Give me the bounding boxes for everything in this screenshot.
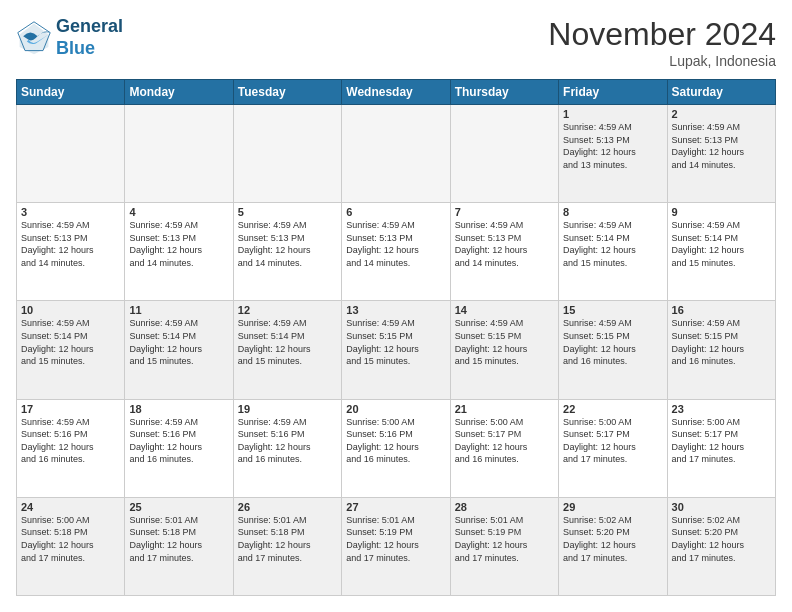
month-title: November 2024 <box>548 16 776 53</box>
header: General Blue November 2024 Lupak, Indone… <box>16 16 776 69</box>
calendar-cell: 28Sunrise: 5:01 AM Sunset: 5:19 PM Dayli… <box>450 497 558 595</box>
calendar-cell: 10Sunrise: 4:59 AM Sunset: 5:14 PM Dayli… <box>17 301 125 399</box>
day-info: Sunrise: 5:01 AM Sunset: 5:19 PM Dayligh… <box>346 514 445 564</box>
day-info: Sunrise: 5:02 AM Sunset: 5:20 PM Dayligh… <box>563 514 662 564</box>
day-info: Sunrise: 5:01 AM Sunset: 5:19 PM Dayligh… <box>455 514 554 564</box>
calendar-cell: 14Sunrise: 4:59 AM Sunset: 5:15 PM Dayli… <box>450 301 558 399</box>
day-number: 5 <box>238 206 337 218</box>
calendar-cell: 20Sunrise: 5:00 AM Sunset: 5:16 PM Dayli… <box>342 399 450 497</box>
day-number: 27 <box>346 501 445 513</box>
day-info: Sunrise: 5:01 AM Sunset: 5:18 PM Dayligh… <box>129 514 228 564</box>
calendar-cell: 19Sunrise: 4:59 AM Sunset: 5:16 PM Dayli… <box>233 399 341 497</box>
day-number: 23 <box>672 403 771 415</box>
day-number: 24 <box>21 501 120 513</box>
calendar-cell: 3Sunrise: 4:59 AM Sunset: 5:13 PM Daylig… <box>17 203 125 301</box>
calendar-header-row: Sunday Monday Tuesday Wednesday Thursday… <box>17 80 776 105</box>
logo-text: General Blue <box>56 16 123 59</box>
day-info: Sunrise: 4:59 AM Sunset: 5:15 PM Dayligh… <box>672 317 771 367</box>
day-info: Sunrise: 4:59 AM Sunset: 5:13 PM Dayligh… <box>672 121 771 171</box>
logo-icon <box>16 20 52 56</box>
logo: General Blue <box>16 16 123 59</box>
day-number: 28 <box>455 501 554 513</box>
day-info: Sunrise: 4:59 AM Sunset: 5:14 PM Dayligh… <box>672 219 771 269</box>
calendar-cell: 29Sunrise: 5:02 AM Sunset: 5:20 PM Dayli… <box>559 497 667 595</box>
day-info: Sunrise: 4:59 AM Sunset: 5:16 PM Dayligh… <box>129 416 228 466</box>
day-info: Sunrise: 4:59 AM Sunset: 5:15 PM Dayligh… <box>346 317 445 367</box>
day-number: 12 <box>238 304 337 316</box>
calendar-week-4: 24Sunrise: 5:00 AM Sunset: 5:18 PM Dayli… <box>17 497 776 595</box>
calendar-week-0: 1Sunrise: 4:59 AM Sunset: 5:13 PM Daylig… <box>17 105 776 203</box>
header-wednesday: Wednesday <box>342 80 450 105</box>
day-info: Sunrise: 5:02 AM Sunset: 5:20 PM Dayligh… <box>672 514 771 564</box>
calendar-cell: 24Sunrise: 5:00 AM Sunset: 5:18 PM Dayli… <box>17 497 125 595</box>
calendar-cell: 17Sunrise: 4:59 AM Sunset: 5:16 PM Dayli… <box>17 399 125 497</box>
day-info: Sunrise: 4:59 AM Sunset: 5:14 PM Dayligh… <box>129 317 228 367</box>
header-monday: Monday <box>125 80 233 105</box>
header-thursday: Thursday <box>450 80 558 105</box>
day-info: Sunrise: 4:59 AM Sunset: 5:13 PM Dayligh… <box>129 219 228 269</box>
day-number: 7 <box>455 206 554 218</box>
day-number: 30 <box>672 501 771 513</box>
day-number: 19 <box>238 403 337 415</box>
day-info: Sunrise: 4:59 AM Sunset: 5:13 PM Dayligh… <box>346 219 445 269</box>
calendar-cell: 13Sunrise: 4:59 AM Sunset: 5:15 PM Dayli… <box>342 301 450 399</box>
calendar-cell: 12Sunrise: 4:59 AM Sunset: 5:14 PM Dayli… <box>233 301 341 399</box>
day-number: 15 <box>563 304 662 316</box>
day-number: 9 <box>672 206 771 218</box>
day-info: Sunrise: 5:00 AM Sunset: 5:17 PM Dayligh… <box>563 416 662 466</box>
calendar-cell: 15Sunrise: 4:59 AM Sunset: 5:15 PM Dayli… <box>559 301 667 399</box>
calendar-week-3: 17Sunrise: 4:59 AM Sunset: 5:16 PM Dayli… <box>17 399 776 497</box>
header-sunday: Sunday <box>17 80 125 105</box>
calendar-cell: 25Sunrise: 5:01 AM Sunset: 5:18 PM Dayli… <box>125 497 233 595</box>
day-info: Sunrise: 4:59 AM Sunset: 5:13 PM Dayligh… <box>238 219 337 269</box>
day-info: Sunrise: 4:59 AM Sunset: 5:15 PM Dayligh… <box>563 317 662 367</box>
day-info: Sunrise: 5:00 AM Sunset: 5:17 PM Dayligh… <box>455 416 554 466</box>
day-info: Sunrise: 4:59 AM Sunset: 5:14 PM Dayligh… <box>563 219 662 269</box>
location: Lupak, Indonesia <box>548 53 776 69</box>
title-block: November 2024 Lupak, Indonesia <box>548 16 776 69</box>
day-number: 13 <box>346 304 445 316</box>
day-number: 17 <box>21 403 120 415</box>
calendar-table: Sunday Monday Tuesday Wednesday Thursday… <box>16 79 776 596</box>
calendar-cell: 11Sunrise: 4:59 AM Sunset: 5:14 PM Dayli… <box>125 301 233 399</box>
calendar-cell: 5Sunrise: 4:59 AM Sunset: 5:13 PM Daylig… <box>233 203 341 301</box>
day-number: 3 <box>21 206 120 218</box>
calendar-cell: 7Sunrise: 4:59 AM Sunset: 5:13 PM Daylig… <box>450 203 558 301</box>
day-info: Sunrise: 4:59 AM Sunset: 5:16 PM Dayligh… <box>238 416 337 466</box>
day-info: Sunrise: 5:01 AM Sunset: 5:18 PM Dayligh… <box>238 514 337 564</box>
calendar-cell: 21Sunrise: 5:00 AM Sunset: 5:17 PM Dayli… <box>450 399 558 497</box>
day-info: Sunrise: 5:00 AM Sunset: 5:17 PM Dayligh… <box>672 416 771 466</box>
day-info: Sunrise: 4:59 AM Sunset: 5:14 PM Dayligh… <box>21 317 120 367</box>
calendar-cell <box>125 105 233 203</box>
calendar-cell: 16Sunrise: 4:59 AM Sunset: 5:15 PM Dayli… <box>667 301 775 399</box>
day-number: 18 <box>129 403 228 415</box>
day-info: Sunrise: 4:59 AM Sunset: 5:13 PM Dayligh… <box>21 219 120 269</box>
calendar-cell: 27Sunrise: 5:01 AM Sunset: 5:19 PM Dayli… <box>342 497 450 595</box>
day-info: Sunrise: 5:00 AM Sunset: 5:16 PM Dayligh… <box>346 416 445 466</box>
calendar-cell: 2Sunrise: 4:59 AM Sunset: 5:13 PM Daylig… <box>667 105 775 203</box>
day-info: Sunrise: 4:59 AM Sunset: 5:13 PM Dayligh… <box>563 121 662 171</box>
calendar-cell <box>17 105 125 203</box>
day-number: 20 <box>346 403 445 415</box>
day-number: 10 <box>21 304 120 316</box>
day-number: 4 <box>129 206 228 218</box>
day-number: 22 <box>563 403 662 415</box>
calendar-cell: 9Sunrise: 4:59 AM Sunset: 5:14 PM Daylig… <box>667 203 775 301</box>
calendar-cell: 6Sunrise: 4:59 AM Sunset: 5:13 PM Daylig… <box>342 203 450 301</box>
day-info: Sunrise: 4:59 AM Sunset: 5:16 PM Dayligh… <box>21 416 120 466</box>
day-number: 6 <box>346 206 445 218</box>
day-info: Sunrise: 4:59 AM Sunset: 5:14 PM Dayligh… <box>238 317 337 367</box>
calendar-week-1: 3Sunrise: 4:59 AM Sunset: 5:13 PM Daylig… <box>17 203 776 301</box>
calendar-week-2: 10Sunrise: 4:59 AM Sunset: 5:14 PM Dayli… <box>17 301 776 399</box>
header-tuesday: Tuesday <box>233 80 341 105</box>
calendar-cell: 26Sunrise: 5:01 AM Sunset: 5:18 PM Dayli… <box>233 497 341 595</box>
day-number: 2 <box>672 108 771 120</box>
calendar-cell: 4Sunrise: 4:59 AM Sunset: 5:13 PM Daylig… <box>125 203 233 301</box>
calendar-cell: 1Sunrise: 4:59 AM Sunset: 5:13 PM Daylig… <box>559 105 667 203</box>
header-friday: Friday <box>559 80 667 105</box>
day-info: Sunrise: 5:00 AM Sunset: 5:18 PM Dayligh… <box>21 514 120 564</box>
calendar-cell: 8Sunrise: 4:59 AM Sunset: 5:14 PM Daylig… <box>559 203 667 301</box>
day-number: 29 <box>563 501 662 513</box>
header-saturday: Saturday <box>667 80 775 105</box>
day-number: 1 <box>563 108 662 120</box>
